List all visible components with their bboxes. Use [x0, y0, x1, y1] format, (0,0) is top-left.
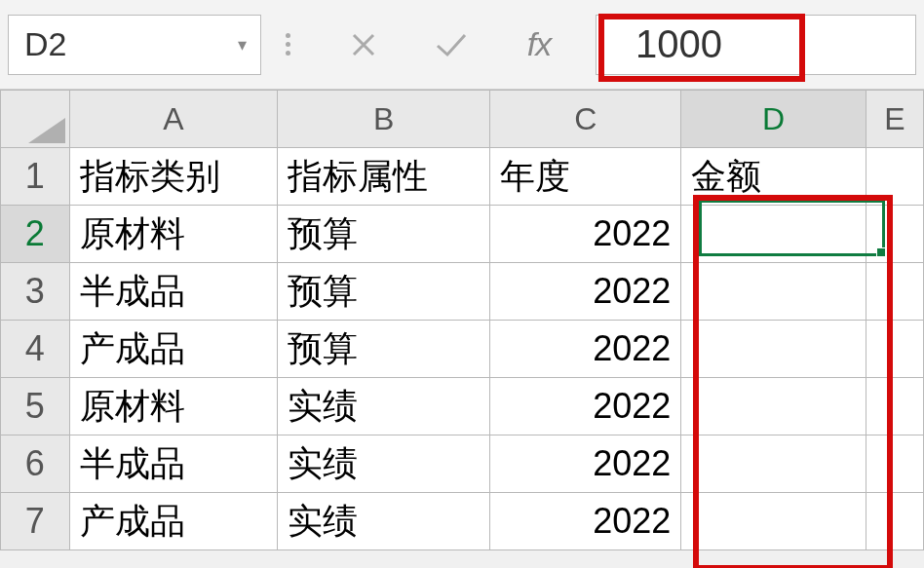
cell-A4[interactable]: 产成品	[69, 321, 277, 378]
cell-A3[interactable]: 半成品	[69, 263, 277, 321]
spreadsheet: A B C D E 1指标类别指标属性年度金额2原材料预算20223半成品预算2…	[0, 90, 924, 550]
table-row: 7产成品实绩2022	[1, 493, 924, 550]
cell-E5[interactable]	[866, 378, 923, 435]
cell-B2[interactable]: 预算	[278, 206, 490, 263]
cell-E4[interactable]	[866, 321, 923, 378]
table-row: 2原材料预算2022	[1, 206, 924, 263]
cell-E2[interactable]	[866, 206, 923, 263]
col-header-B[interactable]: B	[278, 91, 490, 148]
row-header-7[interactable]: 7	[1, 493, 70, 550]
row-header-6[interactable]: 6	[1, 435, 70, 493]
table-row: 6半成品实绩2022	[1, 435, 924, 493]
cell-C6[interactable]: 2022	[490, 435, 681, 493]
name-box[interactable]: D2 ▾	[8, 15, 261, 75]
separator-dots	[261, 33, 315, 56]
cell-C5[interactable]: 2022	[490, 378, 681, 435]
cell-A7[interactable]: 产成品	[69, 493, 277, 550]
table-row: 1指标类别指标属性年度金额	[1, 148, 924, 206]
col-header-D[interactable]: D	[681, 91, 866, 148]
cell-D7[interactable]	[681, 493, 866, 550]
cell-E7[interactable]	[866, 493, 923, 550]
cell-B3[interactable]: 预算	[278, 263, 490, 321]
dropdown-icon[interactable]: ▾	[238, 34, 247, 56]
cell-B4[interactable]: 预算	[278, 321, 490, 378]
cell-D2[interactable]	[681, 206, 866, 263]
cell-D4[interactable]	[681, 321, 866, 378]
cell-A2[interactable]: 原材料	[69, 206, 277, 263]
cell-D5[interactable]	[681, 378, 866, 435]
cell-E1[interactable]	[866, 148, 923, 206]
cancel-icon[interactable]	[344, 25, 383, 64]
select-all-corner[interactable]	[1, 91, 70, 148]
cell-D3[interactable]	[681, 263, 866, 321]
formula-input[interactable]: 1000	[596, 15, 916, 75]
cell-B6[interactable]: 实绩	[278, 435, 490, 493]
cell-A6[interactable]: 半成品	[69, 435, 277, 493]
grid-table[interactable]: A B C D E 1指标类别指标属性年度金额2原材料预算20223半成品预算2…	[0, 90, 924, 550]
cell-reference: D2	[24, 25, 66, 63]
cell-E6[interactable]	[866, 435, 923, 493]
table-row: 3半成品预算2022	[1, 263, 924, 321]
row-header-1[interactable]: 1	[1, 148, 70, 206]
row-header-2[interactable]: 2	[1, 206, 70, 263]
table-row: 4产成品预算2022	[1, 321, 924, 378]
row-header-4[interactable]: 4	[1, 321, 70, 378]
cell-C3[interactable]: 2022	[490, 263, 681, 321]
cell-C2[interactable]: 2022	[490, 206, 681, 263]
col-header-E[interactable]: E	[866, 91, 923, 148]
col-header-C[interactable]: C	[490, 91, 681, 148]
cell-B5[interactable]: 实绩	[278, 378, 490, 435]
cell-B7[interactable]: 实绩	[278, 493, 490, 550]
row-header-3[interactable]: 3	[1, 263, 70, 321]
formula-bar: D2 ▾ fx 1000	[0, 0, 924, 90]
row-header-5[interactable]: 5	[1, 378, 70, 435]
cell-B1[interactable]: 指标属性	[278, 148, 490, 206]
cell-C7[interactable]: 2022	[490, 493, 681, 550]
formula-bar-buttons: fx	[315, 25, 588, 64]
cell-D1[interactable]: 金额	[681, 148, 866, 206]
cell-A5[interactable]: 原材料	[69, 378, 277, 435]
formula-value: 1000	[635, 22, 722, 66]
enter-icon[interactable]	[432, 25, 471, 64]
table-row: 5原材料实绩2022	[1, 378, 924, 435]
col-header-A[interactable]: A	[69, 91, 277, 148]
cell-C4[interactable]: 2022	[490, 321, 681, 378]
cell-C1[interactable]: 年度	[490, 148, 681, 206]
fx-icon[interactable]: fx	[520, 25, 558, 64]
cell-A1[interactable]: 指标类别	[69, 148, 277, 206]
cell-E3[interactable]	[866, 263, 923, 321]
cell-D6[interactable]	[681, 435, 866, 493]
